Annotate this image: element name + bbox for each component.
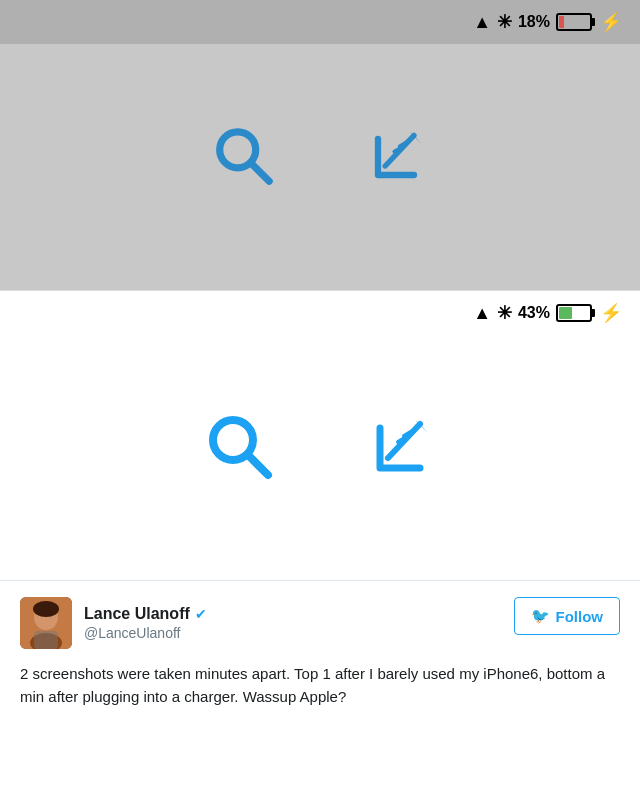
svg-point-6	[33, 601, 59, 617]
battery-indicator-top	[556, 13, 592, 31]
user-name: Lance Ulanoff	[84, 605, 190, 623]
nav-arrow-icon: ▲	[473, 12, 491, 33]
user-name-row: Lance Ulanoff ✔	[84, 605, 207, 623]
avatar	[20, 597, 72, 649]
app-icons-top	[0, 44, 640, 290]
tweet-text: 2 screenshots were taken minutes apart. …	[20, 663, 620, 708]
status-icons-bottom: ▲ ✳ 43% ⚡	[473, 302, 622, 324]
twitter-bird-icon: 🐦	[531, 607, 550, 625]
verified-badge: ✔	[195, 606, 207, 622]
tweet-header: Lance Ulanoff ✔ @LanceUlanoff 🐦 Follow	[20, 597, 620, 649]
battery-percent-bottom: 43%	[518, 304, 550, 322]
battery-fill-top	[559, 16, 564, 28]
battery-body-top	[556, 13, 592, 31]
charging-bolt-icon-bottom: ⚡	[600, 302, 622, 324]
bluetooth-icon-bottom: ✳	[497, 302, 512, 324]
tweet-user-info: Lance Ulanoff ✔ @LanceUlanoff	[20, 597, 207, 649]
app-icons-bottom	[0, 335, 640, 580]
status-bar-bottom: ▲ ✳ 43% ⚡	[0, 291, 640, 335]
status-bar-top: ▲ ✳ 18% ⚡	[0, 0, 640, 44]
battery-body-bottom	[556, 304, 592, 322]
svg-line-1	[251, 163, 269, 181]
compose-icon-top[interactable]	[360, 121, 432, 193]
battery-fill-bottom	[559, 307, 572, 319]
battery-percent-top: 18%	[518, 13, 550, 31]
bluetooth-icon: ✳	[497, 11, 512, 33]
svg-rect-8	[34, 631, 58, 649]
follow-button[interactable]: 🐦 Follow	[514, 597, 621, 635]
search-icon-top[interactable]	[208, 121, 280, 193]
screenshot-top: ▲ ✳ 18% ⚡	[0, 0, 640, 290]
svg-line-3	[248, 455, 268, 475]
avatar-image	[20, 597, 72, 649]
tweet-area: Lance Ulanoff ✔ @LanceUlanoff 🐦 Follow 2…	[0, 580, 640, 808]
search-icon-bottom[interactable]	[200, 408, 280, 488]
charging-bolt-icon-top: ⚡	[600, 11, 622, 33]
user-handle: @LanceUlanoff	[84, 625, 207, 641]
follow-button-label: Follow	[556, 608, 604, 625]
user-name-block: Lance Ulanoff ✔ @LanceUlanoff	[84, 605, 207, 641]
screenshot-bottom: ▲ ✳ 43% ⚡	[0, 290, 640, 580]
nav-arrow-icon-bottom: ▲	[473, 303, 491, 324]
compose-icon-bottom[interactable]	[360, 408, 440, 488]
battery-indicator-bottom	[556, 304, 592, 322]
status-icons-top: ▲ ✳ 18% ⚡	[473, 11, 622, 33]
